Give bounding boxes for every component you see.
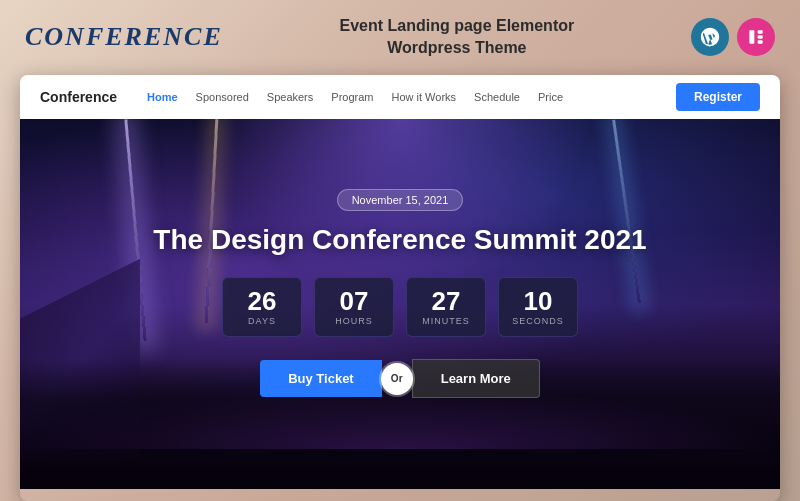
nav-price[interactable]: Price	[538, 91, 563, 103]
header-title: Event Landing page Elementor Wordpress T…	[340, 15, 575, 60]
countdown: 26 Days 07 Hours 27 Minutes 10 Seconds	[222, 277, 578, 337]
navbar: Conference Home Sponsored Speakers Progr…	[20, 75, 780, 119]
top-header: CoNFERENCE Event Landing page Elementor …	[0, 0, 800, 75]
nav-links: Home Sponsored Speakers Program How it W…	[147, 91, 676, 103]
countdown-hours: 07 Hours	[314, 277, 394, 337]
countdown-days: 26 Days	[222, 277, 302, 337]
header-icons	[691, 18, 775, 56]
svg-rect-0	[749, 31, 754, 44]
hero-content: November 15, 2021 The Design Conference …	[153, 189, 646, 398]
seconds-number: 10	[524, 288, 553, 314]
brand-logo: CoNFERENCE	[25, 22, 223, 52]
cta-row: Buy Ticket Or Learn More	[260, 359, 540, 398]
main-card: Conference Home Sponsored Speakers Progr…	[20, 75, 780, 501]
days-number: 26	[248, 288, 277, 314]
register-button[interactable]: Register	[676, 83, 760, 111]
svg-rect-3	[758, 41, 763, 44]
wordpress-icon[interactable]	[691, 18, 729, 56]
hours-number: 07	[340, 288, 369, 314]
svg-rect-2	[758, 36, 763, 39]
learn-more-button[interactable]: Learn More	[412, 359, 540, 398]
nav-sponsored[interactable]: Sponsored	[196, 91, 249, 103]
hero-title: The Design Conference Summit 2021	[153, 223, 646, 257]
days-label: Days	[248, 316, 276, 326]
hero-section: November 15, 2021 The Design Conference …	[20, 119, 780, 489]
nav-home[interactable]: Home	[147, 91, 178, 103]
seconds-label: Seconds	[512, 316, 564, 326]
hours-label: Hours	[335, 316, 373, 326]
nav-brand: Conference	[40, 89, 117, 105]
countdown-minutes: 27 Minutes	[406, 277, 486, 337]
elementor-icon[interactable]	[737, 18, 775, 56]
nav-how-it-works[interactable]: How it Works	[391, 91, 456, 103]
minutes-number: 27	[432, 288, 461, 314]
buy-ticket-button[interactable]: Buy Ticket	[260, 360, 382, 397]
nav-speakers[interactable]: Speakers	[267, 91, 313, 103]
event-date: November 15, 2021	[337, 189, 464, 211]
nav-schedule[interactable]: Schedule	[474, 91, 520, 103]
or-divider: Or	[381, 363, 413, 395]
minutes-label: Minutes	[422, 316, 470, 326]
svg-rect-1	[758, 31, 763, 34]
countdown-seconds: 10 Seconds	[498, 277, 578, 337]
nav-program[interactable]: Program	[331, 91, 373, 103]
